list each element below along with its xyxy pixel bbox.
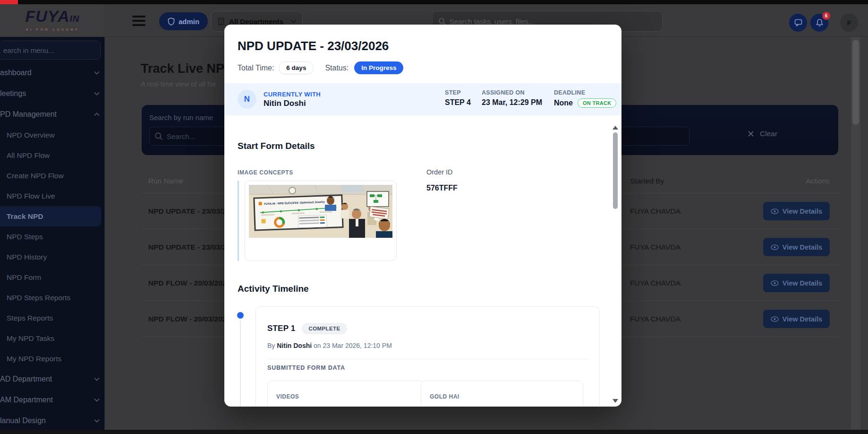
eye-icon bbox=[771, 244, 779, 250]
chat-button[interactable] bbox=[789, 14, 807, 32]
image-concepts-label: IMAGE CONCEPTS bbox=[238, 169, 293, 176]
sidebar-item-npd-flow-live[interactable]: NPD Flow Live bbox=[0, 186, 104, 206]
sidebar-item-label: All NPD Flow bbox=[7, 151, 50, 160]
sidebar-item-npd-management[interactable]: PD Management bbox=[0, 104, 104, 125]
page-scrollbar[interactable] bbox=[851, 37, 860, 430]
gold-hai-field-card: GOLD HAI 9UHHH bbox=[421, 381, 583, 407]
bell-icon bbox=[816, 18, 824, 27]
currently-with-banner: N CURRENTLY WITH Nitin Doshi STEP STEP 4… bbox=[224, 83, 621, 115]
scroll-down-icon[interactable] bbox=[613, 399, 618, 403]
step-byline: By Nitin Doshi on 23 Mar 2026, 12:10 PM bbox=[267, 342, 392, 349]
global-search-input[interactable] bbox=[450, 17, 656, 26]
sidebar-item-label: Track NPD bbox=[7, 212, 43, 221]
sidebar-item-meetings[interactable]: leetings bbox=[0, 83, 104, 104]
deadline-meta: DEADLINE NoneON TRACK bbox=[554, 89, 616, 108]
chevron-down-icon bbox=[94, 377, 100, 381]
chevron-down-icon bbox=[94, 398, 100, 402]
modal-scrollbar-thumb[interactable] bbox=[613, 132, 618, 209]
sidebar-item-npd-steps-reports[interactable]: NPD Steps Reports bbox=[0, 287, 104, 308]
admin-role-badge[interactable]: admin bbox=[159, 12, 208, 30]
modal-scrollbar[interactable] bbox=[613, 126, 618, 403]
filter-label: Search by run name bbox=[149, 113, 213, 122]
byline-prefix: By bbox=[267, 342, 275, 349]
videos-label: VIDEOS bbox=[276, 393, 299, 400]
activity-timeline-heading: Activity Timeline bbox=[238, 284, 309, 294]
currently-with-label: CURRENTLY WITH bbox=[264, 91, 321, 98]
page-title: Track Live NPD bbox=[141, 61, 234, 76]
modal-title: NPD UPDATE - 23/03/2026 bbox=[238, 39, 389, 53]
sidebar: ashboard leetings PD Management NPD Over… bbox=[0, 37, 105, 430]
deadline-value: None bbox=[554, 99, 573, 107]
byline-date: on 23 Mar 2026, 12:10 PM bbox=[314, 342, 392, 349]
sidebar-item-label: NPD Steps bbox=[7, 233, 43, 241]
search-icon bbox=[438, 17, 446, 25]
sidebar-item-npd-overview[interactable]: NPD Overview bbox=[0, 125, 104, 145]
notifications-button[interactable]: 6 bbox=[810, 14, 828, 32]
on-track-badge: ON TRACK bbox=[578, 98, 616, 108]
sidebar-item-my-npd-tasks[interactable]: My NPD Tasks bbox=[0, 328, 104, 348]
view-details-button[interactable]: View Details bbox=[763, 310, 830, 328]
eye-icon bbox=[771, 208, 779, 214]
sidebar-item-label: NPD Overview bbox=[7, 131, 55, 139]
sidebar-item-steps-reports[interactable]: Steps Reports bbox=[0, 308, 104, 328]
clear-filters-button[interactable]: Clear bbox=[748, 130, 777, 138]
sidebar-item-label: AD Department bbox=[0, 375, 52, 383]
progress-bar bbox=[0, 0, 18, 4]
sidebar-item-cam-department[interactable]: AM Department bbox=[0, 390, 104, 410]
bottom-edge-bar bbox=[0, 430, 868, 434]
sidebar-item-manual-design[interactable]: lanual Design bbox=[0, 410, 104, 430]
view-details-button[interactable]: View Details bbox=[763, 202, 830, 220]
view-details-label: View Details bbox=[783, 279, 822, 287]
view-details-button[interactable]: View Details bbox=[763, 274, 830, 292]
sidebar-item-label: My NPD Reports bbox=[7, 355, 61, 363]
sidebar-item-npd-form[interactable]: NPD Form bbox=[0, 267, 104, 287]
sidebar-item-dashboard[interactable]: ashboard bbox=[0, 62, 104, 83]
menu-icon[interactable] bbox=[132, 16, 145, 28]
timeline-line bbox=[240, 321, 241, 407]
user-avatar[interactable]: F bbox=[840, 14, 858, 32]
sidebar-item-cad-department[interactable]: AD Department bbox=[0, 369, 104, 390]
sidebar-item-label: My NPD Tasks bbox=[7, 334, 54, 343]
submitted-form-data-label: SUBMITTED FORM DATA bbox=[267, 365, 345, 371]
view-details-label: View Details bbox=[783, 315, 822, 323]
concept-image-card[interactable]: FUYA.IN - NPD SUCCESS: Optimized Jewelry bbox=[245, 181, 397, 261]
image-concepts-block: FUYA.IN - NPD SUCCESS: Optimized Jewelry bbox=[238, 181, 397, 261]
sidebar-item-label: PD Management bbox=[0, 110, 57, 119]
start-form-heading: Start Form Details bbox=[238, 141, 315, 151]
sidebar-item-npd-steps[interactable]: NPD Steps bbox=[0, 226, 104, 247]
modal-meta-row: Total Time: 6 days Status: In Progress bbox=[238, 61, 403, 74]
logo-tagline: AI FOR LUXURY bbox=[0, 27, 105, 32]
timeline-dot bbox=[237, 312, 244, 319]
top-edge-bar bbox=[0, 0, 868, 4]
column-started-by: Started By bbox=[630, 177, 762, 185]
sidebar-item-track-npd[interactable]: Track NPD bbox=[0, 206, 101, 226]
column-actions: Actions bbox=[762, 177, 840, 185]
sidebar-item-label: leetings bbox=[0, 89, 26, 98]
started-by-cell: FUYA CHAVDA bbox=[630, 207, 762, 216]
brand-logo[interactable]: FUYAIN AI FOR LUXURY bbox=[0, 4, 105, 37]
sidebar-item-create-npd-flow[interactable]: Create NPD Flow bbox=[0, 165, 104, 186]
eye-icon bbox=[771, 316, 779, 322]
step-status-badge: COMPLETE bbox=[302, 323, 347, 334]
sidebar-nav: ashboard leetings PD Management NPD Over… bbox=[0, 62, 104, 430]
close-icon bbox=[748, 130, 754, 137]
sidebar-item-label: NPD History bbox=[7, 253, 47, 261]
sidebar-item-label: AM Department bbox=[0, 396, 53, 404]
npd-details-modal: NPD UPDATE - 23/03/2026 Total Time: 6 da… bbox=[224, 25, 621, 407]
sidebar-item-npd-history[interactable]: NPD History bbox=[0, 247, 104, 267]
assignee-avatar: N bbox=[238, 90, 256, 109]
sidebar-item-all-npd-flow[interactable]: All NPD Flow bbox=[0, 145, 104, 165]
chat-icon bbox=[794, 19, 802, 26]
scroll-up-icon[interactable] bbox=[613, 126, 618, 130]
sidebar-search-input[interactable] bbox=[3, 46, 95, 54]
gold-hai-label: GOLD HAI bbox=[430, 393, 460, 400]
office-photo-illustration: FUYA.IN - NPD SUCCESS: Optimized Jewelry bbox=[249, 185, 392, 238]
step-meta: STEP STEP 4 bbox=[445, 89, 471, 107]
sidebar-item-my-npd-reports[interactable]: My NPD Reports bbox=[0, 348, 104, 369]
started-by-cell: FUYA CHAVDA bbox=[630, 279, 762, 287]
order-id-value: 576TFFF bbox=[426, 184, 458, 192]
view-details-button[interactable]: View Details bbox=[763, 238, 830, 256]
total-time-badge: 6 days bbox=[279, 61, 314, 74]
page-scrollbar-thumb[interactable] bbox=[852, 40, 859, 125]
chevron-down-icon bbox=[94, 71, 100, 75]
